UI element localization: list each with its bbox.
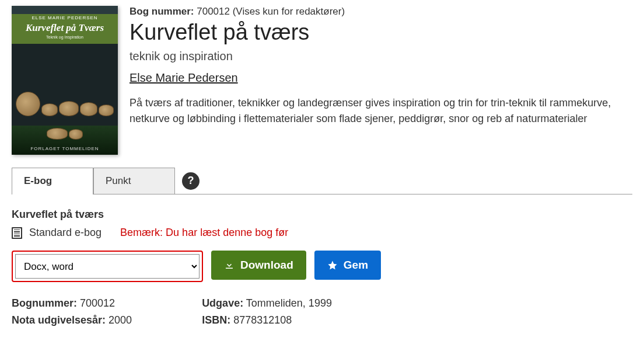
udgave-value: Tommeliden, 1999 [246,297,332,309]
download-label: Download [240,259,293,272]
bognummer-value: 700012 [80,297,115,309]
save-label: Gem [344,259,368,272]
book-details: Bognummer: 700012 Nota udgivelsesår: 200… [12,297,632,331]
bognummer-label: Bognummer: [12,297,77,309]
book-number-value: 700012 [197,6,230,17]
tab-ebook[interactable]: E-bog [12,168,93,194]
book-number-label: Bog nummer: [130,6,194,17]
format-select-highlight: Docx, word [12,251,203,282]
author-link[interactable]: Else Marie Pedersen [130,71,238,85]
isbn-value: 8778312108 [233,314,292,326]
tab-punkt[interactable]: Punkt [93,168,175,194]
star-icon [327,260,338,270]
book-cover: ELSE MARIE PEDERSEN Kurveflet på Tværs T… [12,6,118,155]
help-icon[interactable]: ? [182,172,200,190]
book-number-note: (Vises kun for redaktører) [233,6,345,17]
cover-author: ELSE MARIE PEDERSEN [12,14,118,20]
read-before-notice: Bemærk: Du har læst denne bog før [120,227,288,239]
ebook-icon [12,227,22,239]
format-row: Standard e-bog Bemærk: Du har læst denne… [12,227,632,239]
udgave-label: Udgave: [202,297,243,309]
cover-image: ELSE MARIE PEDERSEN Kurveflet på Tværs T… [12,6,118,155]
download-button[interactable]: Download [211,251,306,280]
download-icon [224,260,235,270]
book-id-line: Bog nummer: 700012 (Vises kun for redakt… [130,6,632,18]
book-header: ELSE MARIE PEDERSEN Kurveflet på Tværs T… [12,6,632,155]
cover-subtitle: Teknik og Inspiration [14,35,116,39]
book-description: På tværs af traditioner, teknikker og la… [130,95,632,127]
cover-title: Kurveflet på Tværs [14,23,116,34]
page-title: Kurveflet på tværs [130,20,632,45]
cover-publisher: FORLAGET TOMMELIDEN [12,146,118,151]
udgivelsesar-label: Nota udgivelsesår: [12,314,106,326]
section-title: Kurveflet på tværs [12,208,632,221]
book-meta: Bog nummer: 700012 (Vises kun for redakt… [130,6,632,155]
format-label: Standard e-bog [29,227,102,239]
udgivelsesar-value: 2000 [108,314,132,326]
action-row: Docx, word Download Gem [12,251,632,282]
format-select[interactable]: Docx, word [15,254,200,279]
isbn-label: ISBN: [202,314,230,326]
page-subtitle: teknik og inspiration [130,50,632,63]
save-button[interactable]: Gem [314,251,381,280]
tabs: E-bog Punkt ? [12,168,632,194]
